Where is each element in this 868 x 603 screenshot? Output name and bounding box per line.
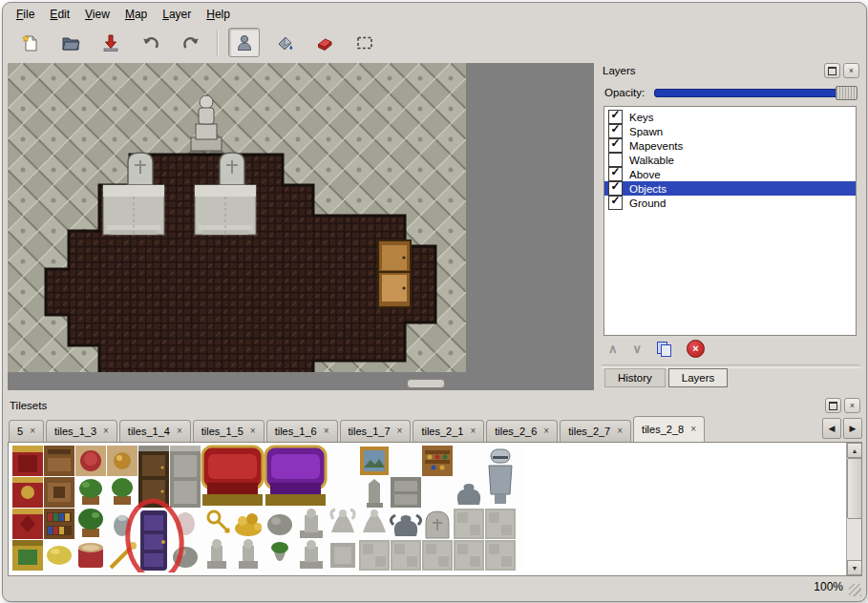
redo-icon [181,33,201,52]
map-render [8,63,466,372]
menu-layer[interactable]: Layer [155,4,199,25]
eraser-tool-button[interactable] [308,28,340,57]
layer-visibility-checkbox[interactable]: ✓ [608,196,623,210]
map-canvas[interactable] [8,63,594,390]
menu-edit[interactable]: Edit [42,4,77,25]
tileset-vscrollbar[interactable]: ▲ ▼ [846,443,861,575]
tileset-tab-active[interactable]: tiles_2_8× [633,416,705,442]
close-tab-icon[interactable]: × [617,426,623,436]
fill-tool-icon [275,33,294,52]
copy-icon [657,342,671,356]
tileset-tab[interactable]: tiles_1_7× [340,420,412,442]
scroll-down-icon[interactable]: ▼ [847,560,862,575]
eraser-tool-icon [315,33,334,52]
opacity-slider[interactable] [654,85,857,99]
close-tab-icon[interactable]: × [690,425,696,434]
open-folder-icon [61,33,80,52]
stamp-tool-button[interactable] [228,28,260,57]
toolbar-separator [217,31,219,55]
dock-tabs: History Layers [604,368,728,387]
delete-layer-button[interactable]: × [687,340,705,358]
layers-panel-titlebar: Layers × [599,63,863,78]
scrollbar-thumb[interactable] [847,458,862,519]
tab-scroll-buttons: ◀ ▶ [820,418,862,439]
menu-file[interactable]: File [9,4,42,25]
save-button[interactable] [95,28,126,57]
tileset-tab[interactable]: tiles_1_4× [119,420,191,442]
menu-map[interactable]: Map [117,4,155,25]
menu-bar: File Edit View Map Layer Help [3,3,866,25]
close-tab-icon[interactable]: × [324,426,329,436]
tileset-tab[interactable]: tiles_1_6× [266,420,338,442]
save-download-icon [101,33,120,52]
opacity-slider-handle[interactable] [836,86,857,100]
tileset-tab[interactable]: tiles_2_7× [560,420,631,442]
duplicate-layer-button[interactable] [657,342,671,356]
tilesets-panel: Tilesets × 5× tiles_1_3× tiles_1_4× tile… [6,398,864,586]
select-tool-button[interactable] [349,28,380,57]
tileset-tab[interactable]: 5× [9,420,44,442]
tileset-tab[interactable]: tiles_1_3× [46,420,117,442]
close-tab-icon[interactable]: × [250,426,256,436]
scroll-tabs-left-button[interactable]: ◀ [822,418,841,439]
new-file-icon [21,33,40,52]
raise-layer-button[interactable]: ∧ [608,342,618,356]
layer-row-ground[interactable]: ✓ Ground [604,196,856,210]
close-panel-icon[interactable]: × [843,63,859,78]
layer-row-keys[interactable]: ✓ Keys [604,110,856,124]
layer-visibility-checkbox[interactable]: ✓ [608,138,623,153]
menu-help[interactable]: Help [199,4,238,25]
undo-icon [141,33,160,52]
stamp-tool-icon [235,33,254,52]
open-button[interactable] [54,28,86,57]
lower-layer-button[interactable]: ∨ [633,342,643,356]
scroll-up-icon[interactable]: ▲ [847,443,862,458]
redo-button[interactable] [175,28,206,57]
close-tab-icon[interactable]: × [30,426,35,436]
close-tab-icon[interactable]: × [470,426,476,436]
toolbar [3,25,866,60]
tilesets-panel-titlebar: Tilesets × [6,398,864,413]
resize-grip[interactable] [849,584,861,596]
tab-history[interactable]: History [604,368,666,387]
layer-row-objects[interactable]: ✓ Objects [604,181,856,196]
scroll-tabs-right-button[interactable]: ▶ [843,418,862,439]
close-panel-icon[interactable]: × [844,398,860,413]
layers-panel-title: Layers [603,65,636,76]
fill-tool-button[interactable] [268,28,300,57]
menu-view[interactable]: View [77,4,117,25]
float-panel-icon[interactable] [824,63,840,78]
tileset-grid[interactable]: ▲ ▼ [8,442,862,576]
layer-row-spawn[interactable]: ✓ Spawn [604,124,856,138]
opacity-label: Opacity: [604,87,645,98]
new-button[interactable] [14,28,46,57]
close-tab-icon[interactable]: × [103,426,109,436]
tileset-tab[interactable]: tiles_1_5× [193,420,265,442]
tileset-tab[interactable]: tiles_2_1× [413,420,484,442]
zoom-level: 100% [814,580,843,593]
layer-actions: ∧ ∨ × [608,340,705,358]
tilesets-panel-title: Tilesets [10,400,47,411]
tileset-image [11,445,521,572]
opacity-slider-track [654,89,856,97]
layers-panel: Layers × Opacity: ✓ Keys ✓ Spawn ✓ Mape [599,63,863,390]
layer-row-mapevents[interactable]: ✓ Mapevents [604,138,856,153]
app-window: File Edit View Map Layer Help [2,2,867,602]
canvas-hscrollbar-thumb[interactable] [407,379,445,388]
layer-row-walkable[interactable]: Walkable [604,153,856,167]
tab-layers[interactable]: Layers [668,368,729,387]
close-tab-icon[interactable]: × [397,426,403,436]
close-tab-icon[interactable]: × [543,426,549,436]
tileset-tab[interactable]: tiles_2_6× [486,420,558,442]
undo-button[interactable] [135,28,166,57]
opacity-row: Opacity: [604,85,857,99]
float-panel-icon[interactable] [825,398,841,413]
tileset-tab-bar: 5× tiles_1_3× tiles_1_4× tiles_1_5× tile… [8,416,862,443]
layer-row-above[interactable]: ✓ Above [604,167,856,181]
map-cabinet [378,240,411,307]
layer-list: ✓ Keys ✓ Spawn ✓ Mapevents Walkable ✓ Ab… [603,106,857,336]
close-tab-icon[interactable]: × [177,426,182,436]
select-tool-icon [355,33,374,52]
